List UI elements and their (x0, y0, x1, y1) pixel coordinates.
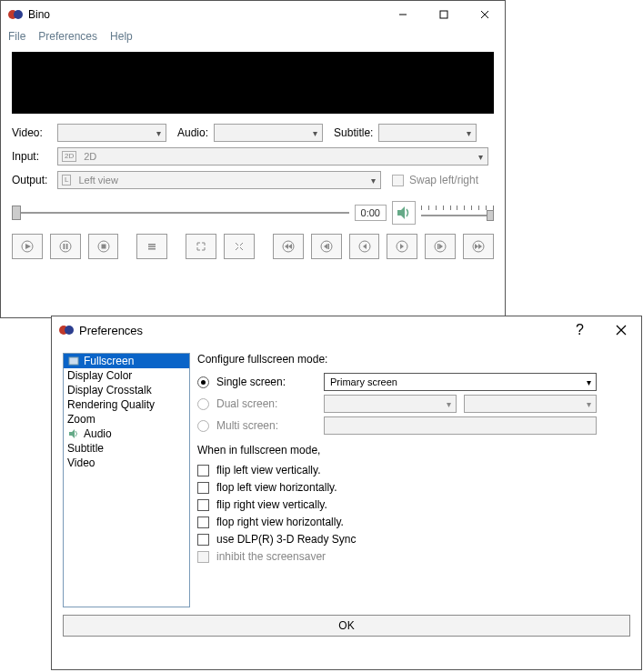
check-label: flop right view horizontally. (216, 516, 344, 528)
minimize-button[interactable] (382, 1, 423, 28)
output-label: Output: (12, 174, 52, 186)
svg-marker-18 (285, 244, 288, 249)
seek-back-button[interactable] (349, 234, 380, 259)
seek-fwd-mid-button[interactable] (425, 234, 456, 259)
single-screen-label: Single screen: (216, 376, 316, 388)
stop-button[interactable] (88, 234, 119, 259)
svg-rect-16 (148, 248, 156, 250)
multi-screen-input[interactable] (324, 416, 597, 435)
prefs-body: Fullscreen Display Color Display Crossta… (52, 344, 641, 611)
check-label: flip left view vertically. (216, 464, 320, 476)
close-button[interactable] (464, 1, 505, 28)
single-screen-select[interactable]: Primary screen ▾ (324, 373, 597, 391)
check-label: inhibit the screensaver (216, 550, 326, 563)
svg-rect-15 (148, 246, 156, 248)
svg-point-1 (14, 10, 23, 19)
dual-screen-radio[interactable] (197, 398, 209, 410)
prefs-item-zoom[interactable]: Zoom (64, 412, 189, 426)
pause-button[interactable] (50, 234, 81, 259)
chevron-down-icon: ▾ (307, 128, 322, 138)
volume-slider[interactable] (421, 204, 494, 222)
prefs-item-subtitle[interactable]: Subtitle (64, 441, 189, 456)
when-label: When in fullscreen mode, (197, 444, 630, 456)
chevron-down-icon: ▾ (581, 399, 596, 409)
multi-screen-radio[interactable] (197, 420, 209, 432)
svg-rect-11 (65, 244, 67, 249)
prefs-item-audio[interactable]: Audio (64, 426, 189, 441)
menu-help[interactable]: Help (110, 30, 133, 43)
prefs-item-display-crosstalk[interactable]: Display Crosstalk (64, 383, 189, 397)
check-dlp-sync: use DLP(R) 3-D Ready Sync (197, 533, 630, 546)
subtitle-select[interactable]: ▾ (378, 124, 477, 142)
dual-screen-row: Dual screen: ▾ ▾ (197, 395, 630, 413)
prefs-titlebar: Preferences ? (52, 316, 641, 344)
svg-rect-10 (63, 244, 65, 249)
input-row: Input: 2D 2D ▾ (1, 145, 505, 168)
check-flip-left-v: flip left view vertically. (197, 464, 630, 476)
svg-marker-26 (400, 244, 404, 249)
swap-checkbox[interactable]: Swap left/right (392, 174, 478, 186)
prefs-item-video[interactable]: Video (64, 456, 189, 470)
svg-marker-38 (69, 429, 75, 438)
seek-fwd-button[interactable] (387, 234, 417, 259)
prefs-category-list[interactable]: Fullscreen Display Color Display Crossta… (63, 353, 190, 607)
input-badge: 2D (62, 151, 76, 162)
output-row: Output: L Left view ▾ Swap left/right (1, 168, 505, 192)
prefs-item-display-color[interactable]: Display Color (64, 368, 189, 383)
dual-screen-select-1[interactable]: ▾ (324, 395, 457, 413)
menu-preferences[interactable]: Preferences (38, 30, 97, 43)
single-screen-row: Single screen: Primary screen ▾ (197, 373, 630, 391)
svg-marker-28 (439, 244, 443, 249)
audio-select[interactable]: ▾ (214, 124, 323, 142)
window-buttons (382, 1, 505, 28)
video-label: Video: (12, 126, 52, 139)
center-button[interactable] (224, 234, 255, 259)
close-button[interactable] (600, 316, 641, 344)
chevron-down-icon: ▾ (473, 152, 487, 162)
dual-screen-select-2[interactable]: ▾ (464, 395, 597, 413)
volume-icon[interactable] (392, 201, 416, 225)
svg-marker-32 (478, 244, 482, 249)
fullscreen-button[interactable] (186, 234, 216, 259)
seek-back-mid-button[interactable] (311, 234, 342, 259)
prefs-item-label: Display Color (67, 369, 132, 382)
video-select[interactable]: ▾ (57, 124, 166, 142)
play-button[interactable] (12, 234, 43, 259)
check-label: flop left view horizontally. (216, 481, 337, 494)
chevron-down-icon: ▾ (366, 176, 380, 186)
output-select[interactable]: L Left view ▾ (57, 171, 381, 189)
svg-rect-29 (437, 244, 439, 249)
loop-button[interactable] (136, 234, 167, 259)
input-label: Input: (12, 150, 52, 163)
input-select[interactable]: 2D 2D ▾ (57, 147, 488, 165)
prefs-item-label: Subtitle (67, 442, 104, 455)
checkbox-box[interactable] (197, 482, 209, 494)
checkbox-box[interactable] (197, 499, 209, 511)
swap-label: Swap left/right (409, 174, 478, 186)
window-title: Bino (28, 8, 382, 21)
chevron-down-icon: ▾ (581, 377, 596, 387)
ok-button[interactable]: OK (63, 615, 630, 637)
checkbox-box[interactable] (197, 551, 209, 563)
ok-row: OK (52, 611, 641, 646)
chevron-down-icon: ▾ (461, 128, 476, 138)
fullscreen-icon (67, 355, 80, 367)
help-button[interactable]: ? (559, 316, 600, 344)
checkbox-box[interactable] (197, 465, 209, 476)
seek-back-far-button[interactable] (273, 234, 304, 259)
prefs-item-rendering-quality[interactable]: Rendering Quality (64, 397, 189, 412)
subtitle-label: Subtitle: (334, 126, 373, 139)
checkbox-box[interactable] (197, 517, 209, 528)
checkbox-box[interactable] (197, 534, 209, 546)
maximize-button[interactable] (423, 1, 464, 28)
single-screen-radio[interactable] (197, 376, 209, 388)
check-flop-right-h: flop right view horizontally. (197, 516, 630, 528)
seek-fwd-far-button[interactable] (463, 234, 494, 259)
menu-file[interactable]: File (8, 30, 25, 43)
svg-marker-19 (288, 244, 292, 249)
prefs-item-fullscreen[interactable]: Fullscreen (64, 354, 189, 368)
video-area (12, 52, 494, 114)
audio-icon (67, 427, 80, 440)
seek-slider[interactable] (12, 204, 349, 222)
app-icon (8, 7, 23, 22)
